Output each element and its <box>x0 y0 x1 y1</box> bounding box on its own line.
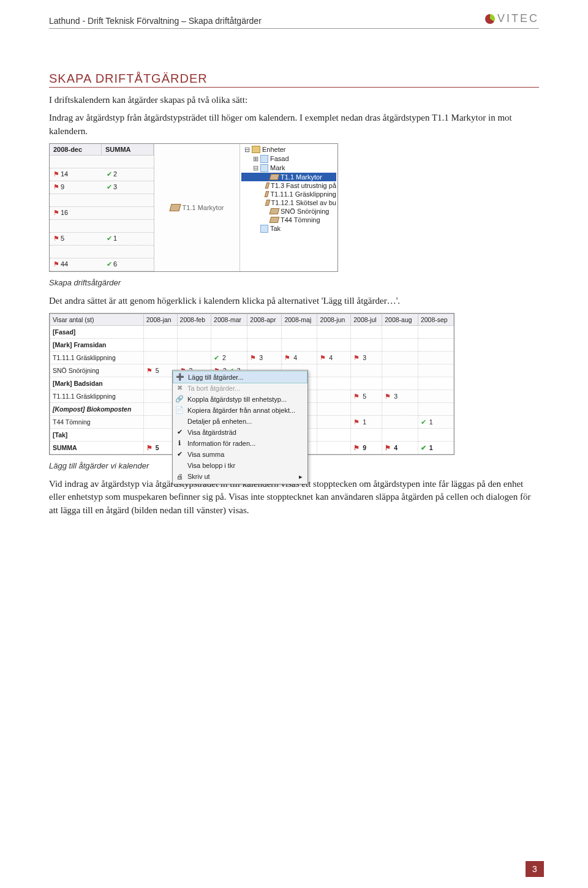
menu-item[interactable]: Visa belopp i tkr <box>173 460 307 471</box>
tree-item[interactable]: T1.11.1 Gräsklippning <box>241 190 336 198</box>
cell[interactable] <box>382 364 418 377</box>
cell[interactable] <box>382 402 418 415</box>
cell[interactable] <box>317 402 351 415</box>
caption-1: Skapa driftsåtgärder <box>49 278 539 287</box>
menu-item[interactable]: 🖨Skriv ut▸ <box>173 471 307 483</box>
tree-item[interactable]: ⊞Fasad <box>241 154 336 164</box>
menu-item[interactable]: Detaljer på enheten... <box>173 416 307 427</box>
cell[interactable] <box>247 338 282 351</box>
calendar-row: ⚑14✔2 <box>50 168 154 181</box>
cell[interactable] <box>177 338 211 351</box>
tree-label: Enheter <box>262 146 286 153</box>
cell[interactable]: ⚑ 3 <box>247 351 282 364</box>
tree-item[interactable]: T1.12.1 Skötsel av bu <box>241 198 336 207</box>
cell[interactable] <box>418 402 453 415</box>
row-label: T1.11.1 Gräsklippning <box>50 351 144 364</box>
node-icon <box>260 155 268 163</box>
cell[interactable] <box>418 428 453 441</box>
cell[interactable]: ⚑ 5 <box>351 389 382 402</box>
col-header: Visar antal (st) <box>50 314 144 325</box>
menu-item-label: Visa summa <box>187 451 224 458</box>
cell[interactable] <box>317 389 351 402</box>
tree-item[interactable]: T1.3 Fast utrustnig på <box>241 181 336 190</box>
cell[interactable] <box>382 415 418 428</box>
cell[interactable]: ⚑ 4 <box>282 351 317 364</box>
folder-icon <box>252 146 260 153</box>
cell[interactable]: ⚑ 3 <box>351 351 382 364</box>
cell[interactable] <box>317 428 351 441</box>
cell[interactable]: ✔ 1 <box>418 441 453 454</box>
row-label: T1.11.1 Gräsklippning <box>50 389 144 402</box>
cell[interactable] <box>317 325 351 338</box>
leaf-icon <box>270 217 280 223</box>
expand-icon[interactable]: ⊞ <box>252 155 258 163</box>
tree-item[interactable]: SNÖ Snöröjning <box>241 207 336 216</box>
cell[interactable] <box>382 428 418 441</box>
cell[interactable]: ⚑ 1 <box>351 415 382 428</box>
cell[interactable] <box>282 338 317 351</box>
cell[interactable]: ✔ 1 <box>418 415 453 428</box>
cell[interactable] <box>351 402 382 415</box>
cell[interactable] <box>351 338 382 351</box>
context-menu[interactable]: ➕Lägg till åtgärder...✖Ta bort åtgärder.… <box>172 370 308 484</box>
cell[interactable] <box>143 325 177 338</box>
cell[interactable] <box>418 364 453 377</box>
cell[interactable] <box>382 325 418 338</box>
cell[interactable] <box>418 389 453 402</box>
menu-item[interactable]: ➕Lägg till åtgärder... <box>173 371 307 383</box>
tree-item[interactable]: Tak <box>241 224 336 233</box>
expand-icon[interactable]: ⊟ <box>252 164 258 172</box>
intro-para-2: Indrag av åtgärdstyp från åtgärdstypsträ… <box>49 111 539 138</box>
tree-item[interactable]: ⊟Enheter <box>241 145 336 154</box>
cell[interactable] <box>317 338 351 351</box>
cell[interactable] <box>317 441 351 454</box>
menu-item[interactable]: ✔Visa summa <box>173 449 307 460</box>
cell[interactable] <box>418 338 453 351</box>
calendar-row <box>50 194 154 207</box>
cell[interactable]: ⚑ 4 <box>317 351 351 364</box>
cell[interactable] <box>418 351 453 364</box>
cell[interactable] <box>143 351 177 364</box>
table-row: [Mark] Framsidan <box>50 338 454 351</box>
cell[interactable] <box>177 351 211 364</box>
cell[interactable] <box>351 428 382 441</box>
cell[interactable] <box>351 377 382 389</box>
cell[interactable]: ✔ 2 <box>211 351 247 364</box>
calendar-row: ⚑44✔6 <box>50 258 154 271</box>
menu-item[interactable]: 📄Kopiera åtgärder från annat objekt... <box>173 405 307 416</box>
cell[interactable] <box>211 338 247 351</box>
tree-item[interactable]: T44 Tömning <box>241 216 336 224</box>
menu-item[interactable]: ℹInformation för raden... <box>173 438 307 449</box>
cell[interactable] <box>143 338 177 351</box>
cell[interactable]: ⚑ 3 <box>382 389 418 402</box>
cell[interactable] <box>177 325 211 338</box>
menu-item[interactable]: ✔Visa åtgärdsträd <box>173 427 307 438</box>
cell[interactable]: ⚑ 4 <box>382 441 418 454</box>
calendar-row: ⚑16 <box>50 207 154 220</box>
cell[interactable] <box>418 377 453 389</box>
menu-item[interactable]: 🔗Koppla åtgärdstyp till enhetstyp... <box>173 394 307 405</box>
cell[interactable] <box>317 377 351 389</box>
cell[interactable] <box>282 325 317 338</box>
cell[interactable] <box>317 364 351 377</box>
cell[interactable]: ⚑ 9 <box>351 441 382 454</box>
screenshot-drag-tree: 2008-dec SUMMA ⚑14✔2⚑9✔3⚑16⚑5✔1⚑44✔6 T1.… <box>49 143 338 272</box>
expand-icon[interactable]: ⊟ <box>244 146 250 154</box>
menu-item-label: Information för raden... <box>187 440 255 447</box>
menu-item-icon: 🔗 <box>175 395 184 403</box>
cell[interactable] <box>247 325 282 338</box>
tree-item[interactable]: ⊟Mark <box>241 164 336 173</box>
brand-text: VITEC <box>497 12 539 25</box>
cell[interactable] <box>351 364 382 377</box>
cell[interactable] <box>382 338 418 351</box>
cell[interactable] <box>382 377 418 389</box>
cell[interactable] <box>418 325 453 338</box>
cell[interactable] <box>382 351 418 364</box>
menu-item-icon: ✔ <box>175 450 184 458</box>
cell[interactable] <box>317 415 351 428</box>
cell[interactable] <box>211 325 247 338</box>
tree-item[interactable]: T1.1 Markytor <box>241 173 336 181</box>
cell[interactable] <box>351 325 382 338</box>
col-header: 2008-jul <box>351 314 382 325</box>
node-icon <box>260 225 268 233</box>
